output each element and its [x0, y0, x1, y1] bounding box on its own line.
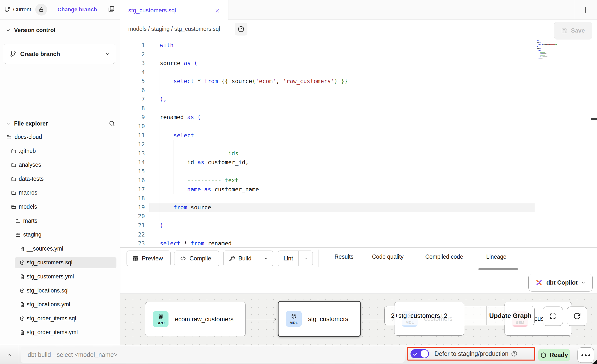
tree-item--sources-yml[interactable]: __sources.yml — [0, 242, 120, 256]
tree-item-stg-customers-sql[interactable]: stg_customers.sql — [0, 256, 120, 270]
tree-item-stg-customers-yml[interactable]: stg_customers.yml — [0, 270, 120, 284]
code-line-19[interactable]: 19 from source — [120, 203, 597, 212]
dbt-copilot-button[interactable]: dbt Copilot — [528, 274, 593, 291]
lint-button[interactable]: Lint — [278, 251, 313, 266]
change-branch-link[interactable]: Change branch — [57, 6, 97, 13]
new-tab-button[interactable] — [581, 5, 590, 15]
code-line-17[interactable]: 17 name as customer_name — [120, 185, 597, 194]
compile-button[interactable]: Compile — [174, 251, 219, 266]
tree-item-label: analyses — [19, 162, 41, 168]
document-icon — [19, 330, 25, 337]
tree-item-analyses[interactable]: analyses — [0, 158, 120, 172]
code-line-14[interactable]: 14 id as customer_id, — [120, 158, 597, 167]
panel-tab-results[interactable]: Results — [335, 254, 354, 260]
active-tab-underline — [478, 268, 518, 270]
node-type-badge: SRC — [153, 311, 168, 327]
code-line-9[interactable]: 9renamed as ( — [120, 113, 597, 122]
sidebar: Current Change branch Version control Cr… — [0, 0, 120, 345]
tree-item-stg-locations-yml[interactable]: stg_locations.yml — [0, 298, 120, 311]
tree-item-stg-order-items-yml[interactable]: stg_order_items.yml — [0, 326, 120, 339]
model-cube-icon — [19, 260, 25, 267]
tab-stg-customers-sql[interactable]: stg_customers.sql — [120, 0, 228, 20]
tree-item-label: docs-cloud — [15, 134, 42, 140]
code-icon — [180, 255, 186, 262]
refresh-icon — [573, 312, 581, 320]
fullscreen-icon — [549, 312, 557, 320]
code-line-13[interactable]: 13 ---------- ids — [120, 149, 597, 158]
code-line-6[interactable]: 6 — [120, 86, 597, 95]
panel-tab-code-quality[interactable]: Code quality — [372, 254, 404, 260]
build-dropdown[interactable] — [259, 251, 273, 266]
more-options-button[interactable] — [578, 347, 594, 363]
code-line-22[interactable]: 22 — [120, 230, 597, 239]
lineage-node-stg-customers[interactable]: MDLstg_customers — [278, 301, 361, 337]
line-number: 11 — [120, 131, 145, 140]
tree-item--github[interactable]: .github — [0, 144, 120, 158]
tree-item-marts[interactable]: marts — [0, 214, 120, 228]
code-line-20[interactable]: 20 — [120, 212, 597, 221]
refresh-button[interactable] — [567, 307, 587, 326]
code-line-18[interactable]: 18 — [120, 194, 597, 203]
preview-button[interactable]: Preview — [127, 251, 171, 266]
code-line-23[interactable]: 23select * from renamed — [120, 239, 597, 248]
code-line-12[interactable]: 12 — [120, 140, 597, 149]
update-graph-button[interactable]: Update Graph — [486, 306, 534, 325]
code-line-8[interactable]: 8 — [120, 104, 597, 113]
code-line-5[interactable]: 5 select * from {{ source('ecom', 'raw_c… — [120, 77, 597, 86]
editor-scrollbar-thumb[interactable] — [591, 118, 597, 120]
version-control-chevron-icon[interactable] — [5, 28, 11, 33]
cube-icon — [291, 313, 297, 320]
line-number: 2 — [120, 50, 145, 59]
lineage-node-ecom-raw-customers[interactable]: SRCecom.raw_customers — [145, 302, 246, 336]
build-button[interactable]: Build — [223, 251, 273, 266]
line-number: 15 — [120, 167, 145, 176]
code-line-21[interactable]: 21) — [120, 221, 597, 230]
dbt-copilot-label: dbt Copilot — [546, 279, 578, 286]
line-number: 12 — [120, 140, 145, 149]
dbt-command-input[interactable]: dbt build --select <model_name> — [21, 346, 405, 363]
wrench-icon — [229, 255, 235, 262]
tree-item-macros[interactable]: macros — [0, 186, 120, 200]
save-label: Save — [571, 27, 585, 34]
search-icon[interactable] — [109, 120, 115, 127]
tree-item-stg-locations-sql[interactable]: stg_locations.sql — [0, 284, 120, 298]
code-line-16[interactable]: 16 ---------- text — [120, 176, 597, 185]
indent-guide — [173, 167, 173, 176]
save-button[interactable]: Save — [554, 22, 592, 39]
copy-icon[interactable] — [108, 5, 115, 13]
create-branch-dropdown[interactable] — [100, 44, 115, 64]
lineage-canvas[interactable]: SRCecom.raw_customersMDLstg_customersMDL… — [120, 293, 597, 345]
line-number: 14 — [120, 158, 145, 167]
defer-toggle[interactable] — [410, 349, 429, 358]
code-line-1[interactable]: 1with — [120, 41, 597, 50]
create-branch-button[interactable]: Create branch — [4, 44, 115, 64]
tab-close-icon[interactable] — [213, 7, 221, 15]
code-line-10[interactable]: 10 — [120, 122, 597, 131]
version-control-title: Version control — [14, 27, 55, 34]
file-explorer-chevron-icon[interactable] — [5, 121, 11, 127]
line-number: 5 — [120, 77, 145, 86]
line-number: 1 — [120, 41, 145, 50]
tree-item-docs-cloud[interactable]: docs-cloud — [0, 130, 120, 144]
help-icon[interactable] — [511, 350, 518, 357]
code-line-11[interactable]: 11 select — [120, 131, 597, 140]
code-editor[interactable]: 1with23source as (45 select * from {{ so… — [120, 39, 597, 247]
code-line-2[interactable]: 2 — [120, 50, 597, 59]
panel-tab-lineage[interactable]: Lineage — [486, 254, 506, 260]
performance-gauge-icon[interactable] — [235, 23, 247, 36]
fullscreen-button[interactable] — [543, 307, 563, 326]
tree-item-models[interactable]: models — [0, 200, 120, 214]
panel-tab-compiled-code[interactable]: Compiled code — [425, 254, 463, 260]
tree-item-data-tests[interactable]: data-tests — [0, 172, 120, 186]
code-line-4[interactable]: 4 — [120, 68, 597, 77]
code-line-7[interactable]: 7), — [120, 95, 597, 104]
toggle-knob — [421, 350, 428, 358]
code-line-15[interactable]: 15 — [120, 167, 597, 176]
code-line-3[interactable]: 3source as ( — [120, 59, 597, 68]
lint-dropdown[interactable] — [298, 251, 313, 266]
tree-item-stg-order-items-sql[interactable]: stg_order_items.sql — [0, 312, 120, 326]
tree-item-staging[interactable]: staging — [0, 228, 120, 242]
breadcrumb[interactable]: models / staging / stg_customers.sql — [128, 26, 220, 32]
collapse-chevron-icon[interactable] — [6, 352, 12, 358]
lineage-selector-input[interactable]: 2+stg_customers+2 — [385, 306, 486, 325]
